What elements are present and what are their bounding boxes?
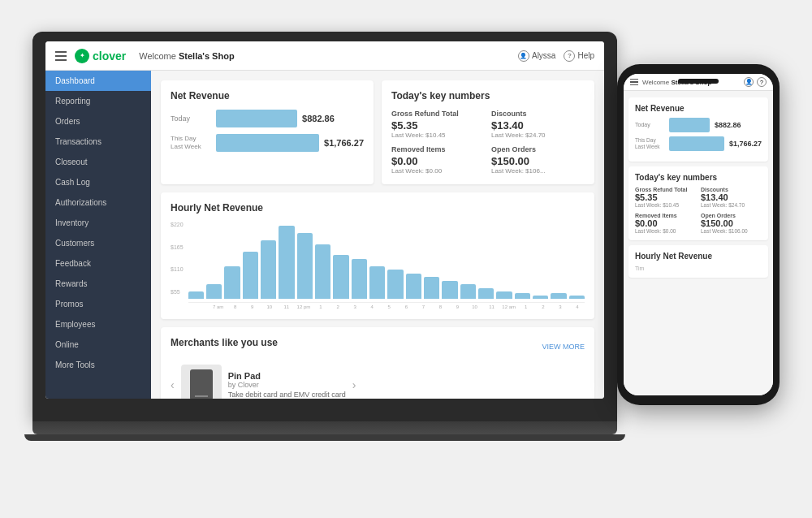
top-grid: Net Revenue Today $882.86 This Day [161, 80, 594, 184]
chart-bars [188, 222, 585, 303]
merchants-card: Merchants like you use VIEW MORE ‹ Pin P… [161, 327, 594, 399]
key-numbers-grid: Gross Refund Total $5.35 Last Week: $10.… [391, 110, 585, 175]
laptop-base [32, 421, 617, 434]
phone-kn-open-orders: Open Orders $150.00 Last Week: $106.00 [701, 213, 762, 234]
today-value: $882.86 [302, 114, 335, 123]
phone-kn-gross-refund: Gross Refund Total $5.35 Last Week: $10.… [635, 187, 696, 208]
hourly-chart-card: Hourly Net Revenue $220 $165 $110 $55 [161, 192, 594, 319]
chart-bar-5 [279, 226, 294, 299]
x-label-18: 1 [519, 304, 533, 309]
laptop: clover Welcome Stella's Shop 👤 Alyssa ? … [32, 32, 617, 486]
phone-content: Net Revenue Today $882.86 This DayLast W… [624, 91, 773, 395]
prev-arrow-icon[interactable]: ‹ [171, 378, 175, 391]
phone-key-numbers-title: Today's key numbers [635, 173, 762, 182]
header-actions: 👤 Alyssa ? Help [518, 50, 594, 62]
sidebar: Dashboard Reporting Orders Transactions … [45, 71, 151, 399]
chart-bar-12 [406, 274, 421, 300]
lastweek-bar-container: $1,766.27 [216, 134, 364, 152]
kn-gross-refund: Gross Refund Total $5.35 Last Week: $10.… [391, 110, 485, 139]
merchants-title: Merchants like you use [171, 337, 278, 348]
phone-user-icon[interactable]: 👤 [744, 77, 754, 87]
sidebar-item-promos[interactable]: Promos [45, 294, 151, 314]
key-numbers-card: Today's key numbers Gross Refund Total $… [382, 80, 594, 184]
view-more-button[interactable]: VIEW MORE [542, 343, 585, 351]
phone-lastweek-label: This DayLast Week [635, 137, 664, 150]
logo-text: clover [93, 50, 126, 63]
user-label: Alyssa [532, 51, 555, 60]
net-revenue-card: Net Revenue Today $882.86 This Day [161, 80, 374, 184]
chart-bar-8 [333, 255, 348, 299]
x-label-17: 12 am [502, 304, 516, 309]
chart-bar-10 [369, 266, 385, 300]
hamburger-menu-icon[interactable] [55, 51, 67, 61]
merchant-by: by Clover [228, 381, 346, 389]
kn-open-orders: Open Orders $150.00 Last Week: $106... [491, 145, 585, 175]
chart-bar-20 [551, 293, 566, 299]
phone-help-icon[interactable]: ? [757, 77, 767, 87]
x-label-4: 11 [279, 304, 294, 309]
net-revenue-title: Net Revenue [171, 90, 364, 101]
x-label-11: 6 [399, 304, 413, 309]
phone-kn-grid: Gross Refund Total $5.35 Last Week: $10.… [635, 187, 762, 234]
sidebar-item-online[interactable]: Online [45, 335, 151, 355]
x-label-12: 7 [416, 304, 430, 309]
lastweek-bar [216, 134, 319, 152]
sidebar-item-reporting[interactable]: Reporting [45, 91, 151, 111]
today-bar [216, 110, 297, 127]
phone-today-row: Today $882.86 [635, 118, 762, 132]
chart-bar-13 [424, 277, 439, 299]
x-label-6: 1 [313, 304, 328, 309]
chart-bar-6 [297, 233, 313, 299]
sidebar-item-dashboard[interactable]: Dashboard [45, 71, 151, 91]
phone-lastweek-bar [669, 136, 724, 151]
app-body: Dashboard Reporting Orders Transactions … [45, 71, 604, 399]
sidebar-item-transactions[interactable]: Transactions [45, 132, 151, 152]
help-button[interactable]: ? Help [564, 50, 594, 62]
x-label-15: 10 [468, 304, 482, 309]
sidebar-item-employees[interactable]: Employees [45, 314, 151, 335]
main-content: Net Revenue Today $882.86 This Day [151, 71, 604, 399]
chart-bar-15 [460, 284, 476, 299]
merchant-name: Pin Pad [228, 371, 346, 381]
x-label-5: 12 pm [296, 304, 311, 309]
phone-screen: Welcome Stella's Shop 👤 ? Net Revenue To… [624, 74, 773, 395]
phone-net-revenue-card: Net Revenue Today $882.86 This DayLast W… [628, 97, 768, 162]
x-label-21: 4 [570, 304, 585, 309]
next-arrow-icon[interactable]: › [352, 378, 356, 391]
sidebar-item-feedback[interactable]: Feedback [45, 253, 151, 274]
today-bar-container: $882.86 [216, 110, 364, 127]
phone-hamburger-icon[interactable] [630, 79, 638, 86]
merchant-desc: Take debit card and EMV credit card [228, 391, 346, 399]
phone-tiny-label: Tim [635, 265, 762, 271]
chart-bar-3 [243, 252, 258, 300]
x-label-10: 5 [382, 304, 396, 309]
chart-bar-18 [515, 293, 530, 299]
phone-today-value: $882.86 [715, 121, 741, 129]
chart-bar-0 [188, 291, 204, 299]
merchant-item: ‹ Pin Pad by Clover Take debit card and … [171, 365, 585, 399]
chart-bar-17 [496, 291, 512, 299]
sidebar-item-orders[interactable]: Orders [45, 111, 151, 132]
chart-bar-2 [224, 266, 240, 300]
sidebar-item-authorizations[interactable]: Authorizations [45, 192, 151, 213]
x-label-7: 2 [330, 304, 345, 309]
revenue-today-row: Today $882.86 [171, 110, 364, 127]
chart-bar-7 [315, 244, 330, 300]
sidebar-item-cash-log[interactable]: Cash Log [45, 172, 151, 192]
sidebar-item-rewards[interactable]: Rewards [45, 274, 151, 294]
phone-hourly-title: Hourly Net Revenue [635, 252, 762, 261]
sidebar-item-inventory[interactable]: Inventory [45, 213, 151, 233]
user-menu[interactable]: 👤 Alyssa [518, 50, 555, 62]
phone-today-bar [669, 118, 710, 132]
phone-key-numbers-card: Today's key numbers Gross Refund Total $… [628, 166, 768, 240]
welcome-text: Welcome Stella's Shop [139, 51, 518, 61]
sidebar-item-more-tools[interactable]: More Tools [45, 355, 151, 375]
chart-bar-11 [387, 270, 403, 299]
sidebar-item-closeout[interactable]: Closeout [45, 152, 151, 172]
x-label-13: 8 [433, 304, 447, 309]
kn-removed-items: Removed Items $0.00 Last Week: $0.00 [391, 145, 485, 175]
chart-bar-19 [533, 296, 548, 300]
x-label-1: 8 [228, 304, 243, 309]
sidebar-item-customers[interactable]: Customers [45, 233, 151, 253]
phone-lastweek-value: $1,766.27 [729, 140, 762, 148]
